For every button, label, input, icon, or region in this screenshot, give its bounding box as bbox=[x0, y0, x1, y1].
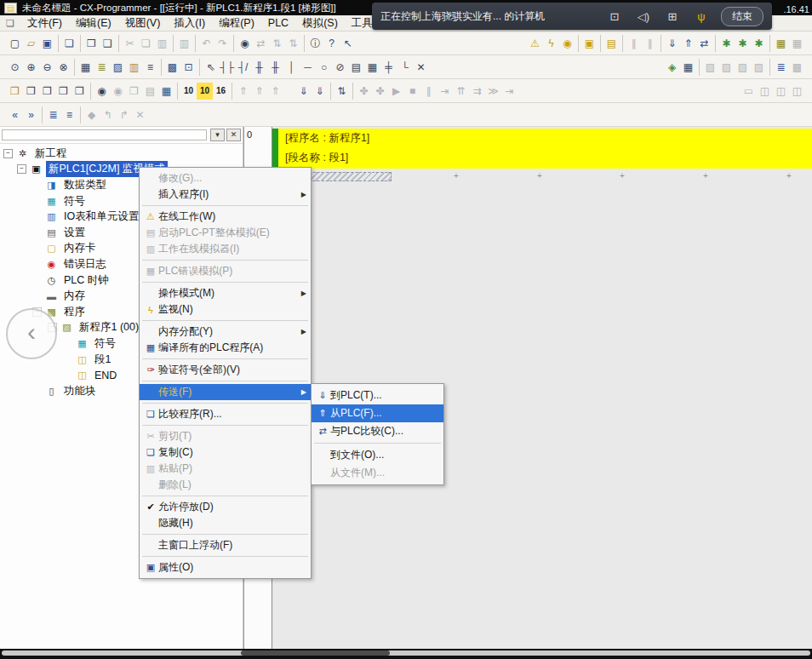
window-address-icon[interactable]: ❐ bbox=[71, 83, 88, 100]
menu-compile-all-plc-programs[interactable]: ▦ 编译所有的PLC程序(A) ▶ bbox=[140, 340, 311, 356]
horizontal-scrollbar[interactable] bbox=[2, 650, 810, 656]
horizontal-line-icon[interactable]: ─ bbox=[300, 59, 316, 76]
list-b-icon[interactable]: ≡ bbox=[61, 106, 77, 123]
zoom-tool-icon[interactable]: ⊙ bbox=[7, 59, 23, 76]
pause-run-icon[interactable]: ∥ bbox=[626, 35, 642, 52]
window-reference-icon[interactable]: ❐ bbox=[55, 83, 71, 100]
check-b-icon[interactable]: ▨ bbox=[718, 59, 735, 76]
instruction-alt-icon[interactable]: ▦ bbox=[364, 59, 380, 76]
sim-stop-icon[interactable]: ■ bbox=[404, 83, 420, 100]
io-comment-icon[interactable]: ▨ bbox=[110, 59, 126, 76]
verify-icon[interactable]: ◈ bbox=[664, 59, 680, 76]
window-watch-icon[interactable]: ❐ bbox=[39, 83, 55, 100]
coil-icon[interactable]: ○ bbox=[316, 59, 332, 76]
force-cancel-icon[interactable]: ⇑ bbox=[267, 83, 283, 100]
menu-operating-mode[interactable]: 操作模式(M) ▶ bbox=[140, 285, 311, 301]
menu-edit[interactable]: 编辑(E) bbox=[69, 16, 118, 31]
contact-or-nc-icon[interactable]: ╫ bbox=[267, 59, 283, 76]
menu-compare-program[interactable]: ❏ 比较程序(R)... ▶ bbox=[140, 406, 311, 422]
indent-icon[interactable]: » bbox=[23, 106, 39, 123]
menu-work-online-simulator[interactable]: ▥ 工作在线模拟器(I) ▶ bbox=[140, 241, 311, 257]
monitor-data-icon[interactable]: ▦ bbox=[158, 83, 174, 100]
workspace-combo[interactable] bbox=[2, 129, 207, 140]
menu-plc[interactable]: PLC bbox=[261, 17, 295, 29]
zoom-out-icon[interactable]: ⊖ bbox=[39, 59, 55, 76]
sim-step-out-icon[interactable]: ⇉ bbox=[469, 83, 485, 100]
view-style-a-icon[interactable]: ▭ bbox=[741, 83, 757, 100]
grid-icon[interactable]: ▦ bbox=[77, 59, 94, 76]
copy-icon[interactable]: ❏ bbox=[138, 35, 154, 52]
sim-run-icon[interactable]: ▶ bbox=[388, 83, 404, 100]
upload-program-icon[interactable]: ⇑ bbox=[680, 35, 696, 52]
menu-allow-docking[interactable]: ✔ 允许停放(D) ▶ bbox=[140, 499, 311, 515]
force-on-icon[interactable]: ⇑ bbox=[235, 83, 251, 100]
signed-decimal-icon[interactable]: 10 bbox=[197, 83, 213, 100]
hex-icon[interactable]: 16 bbox=[213, 83, 229, 100]
replace-icon[interactable]: ⇄ bbox=[253, 35, 269, 52]
erase-icon[interactable]: ✕ bbox=[413, 59, 429, 76]
menu-work-online[interactable]: ⚠ 在线工作(W) ▶ bbox=[140, 209, 311, 225]
rack-small-icon[interactable]: ▩ bbox=[789, 59, 805, 76]
style-forward-icon[interactable]: ↱ bbox=[116, 106, 132, 123]
download-program-icon[interactable]: ⇓ bbox=[664, 35, 680, 52]
closed-coil-icon[interactable]: ⊘ bbox=[332, 59, 348, 76]
mnemonic-view-icon[interactable]: ≡ bbox=[142, 59, 158, 76]
tree-item-project[interactable]: − ✲ 新工程 bbox=[0, 146, 243, 162]
menu-modify[interactable]: 修改(G)... ▶ bbox=[140, 170, 311, 186]
monitor-window-icon[interactable]: ▩ bbox=[164, 59, 180, 76]
window-project-icon[interactable]: ❐ bbox=[7, 83, 23, 100]
comment-icon[interactable]: ❐ bbox=[126, 83, 142, 100]
sim-mode-b-icon[interactable]: ✤ bbox=[372, 83, 388, 100]
menu-delete[interactable]: 删除(L) ▶ bbox=[140, 477, 311, 493]
menu-plc-error-simulation[interactable]: ▦ PLC错误模拟(P) ▶ bbox=[140, 263, 311, 279]
cross-reference-icon[interactable]: ◉ bbox=[94, 83, 110, 100]
help-icon[interactable]: ? bbox=[323, 35, 340, 52]
list-a-icon[interactable]: ≣ bbox=[45, 106, 61, 123]
sim-transfer-icon[interactable]: ⇅ bbox=[334, 83, 350, 100]
io-rack-icon[interactable]: ▦ bbox=[773, 35, 789, 52]
contact-no-icon[interactable]: ┤├ bbox=[219, 59, 235, 76]
menu-transfer[interactable]: 传送(F) ▶ bbox=[140, 384, 311, 400]
view-style-d-icon[interactable]: ◫ bbox=[789, 83, 805, 100]
cross-ref-popup-icon[interactable]: ◉ bbox=[110, 83, 126, 100]
menu-hide[interactable]: 隐藏(H) ▶ bbox=[140, 515, 311, 531]
cut-icon[interactable]: ✂ bbox=[122, 35, 138, 52]
horizontal-scrollbar-thumb[interactable] bbox=[241, 650, 390, 656]
submenu-from-file[interactable]: 从文件(M)... bbox=[312, 464, 443, 482]
speaker-icon[interactable]: ◁) bbox=[629, 10, 658, 23]
tree-expander-icon[interactable]: − bbox=[3, 149, 13, 158]
symbol-table-icon[interactable]: ≣ bbox=[94, 59, 110, 76]
sim-run-fast-icon[interactable]: ≫ bbox=[485, 83, 501, 100]
check-c-icon[interactable]: ▧ bbox=[735, 59, 751, 76]
clock-window-icon[interactable]: ⊡ bbox=[180, 59, 197, 76]
side-panel-handle[interactable]: ‹ bbox=[6, 308, 57, 359]
paste-icon[interactable]: ▥ bbox=[154, 35, 170, 52]
sim-pause-icon[interactable]: ∥ bbox=[420, 83, 437, 100]
outdent-icon[interactable]: « bbox=[7, 106, 23, 123]
function-block-icon[interactable]: ╪ bbox=[380, 59, 397, 76]
fullscreen-icon[interactable]: ⊡ bbox=[600, 10, 629, 23]
menu-program[interactable]: 编程(P) bbox=[212, 16, 261, 31]
ladder-view-icon[interactable]: ▥ bbox=[126, 59, 142, 76]
save-icon[interactable]: ▣ bbox=[39, 35, 55, 52]
vertical-line-icon[interactable]: │ bbox=[283, 59, 300, 76]
open-file-icon[interactable]: ▱ bbox=[23, 35, 39, 52]
monitor-find-icon[interactable]: ◉ bbox=[559, 35, 575, 52]
info-icon[interactable]: ⓘ bbox=[307, 35, 323, 52]
rack-warn-icon[interactable]: ▤ bbox=[603, 35, 620, 52]
sim-step-in-icon[interactable]: ⇈ bbox=[453, 83, 469, 100]
menu-start-plc-pt-simulation[interactable]: ▤ 启动PLC-PT整体模拟(E) ▶ bbox=[140, 225, 311, 241]
workspace-tree-icon[interactable]: ≣ bbox=[773, 59, 789, 76]
menu-properties[interactable]: ▣ 属性(O) ▶ bbox=[140, 559, 311, 576]
tree-expander-icon[interactable]: − bbox=[17, 164, 26, 174]
check-a-icon[interactable]: ▧ bbox=[702, 59, 718, 76]
zoom-fit-icon[interactable]: ⊗ bbox=[55, 59, 71, 76]
submenu-compare-with-plc[interactable]: ⇄ 与PLC比较(C)... bbox=[312, 422, 443, 440]
style-back-icon[interactable]: ↰ bbox=[100, 106, 116, 123]
transfer-warn-icon[interactable]: ▣ bbox=[581, 35, 598, 52]
menu-copy[interactable]: ❏ 复制(C) ▶ bbox=[140, 444, 311, 461]
find-icon[interactable]: ◉ bbox=[237, 35, 253, 52]
online-edit-cancel-icon[interactable]: ✱ bbox=[751, 35, 767, 52]
menu-file[interactable]: 文件(F) bbox=[20, 16, 69, 31]
find-prev-icon[interactable]: ⇅ bbox=[285, 35, 301, 52]
